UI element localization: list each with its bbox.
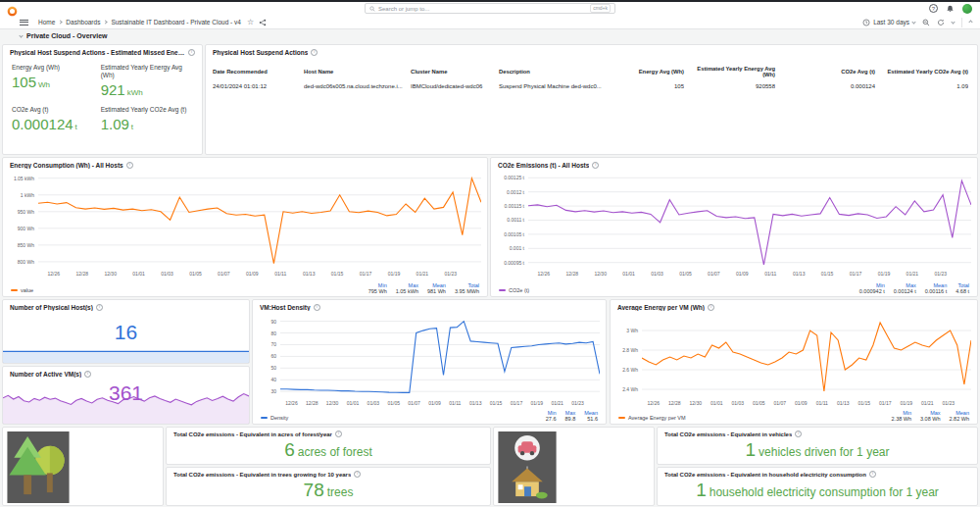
search-placeholder: Search or jump to... (378, 6, 587, 12)
col-host-name[interactable]: Host Name (304, 66, 411, 77)
legend-stats: Min795 WhMax1.05 kWhMean981 WhTotal3.95 … (360, 282, 479, 294)
energy-consumption-chart[interactable] (38, 176, 481, 267)
info-icon[interactable]: i (314, 304, 320, 311)
top-right-icons: ? (929, 3, 972, 14)
toolbar-divider (961, 18, 962, 27)
avg-energy-per-vm-chart[interactable] (642, 318, 971, 396)
panel-title[interactable]: Average Energy per VM (Wh) (617, 304, 705, 311)
y-axis: 0.00125 t0.0012 t0.00115 t0.0011 t0.0010… (497, 176, 528, 267)
kiosk-collapse-icon[interactable] (968, 20, 972, 24)
chevron-down-icon (911, 20, 915, 24)
row-header-private-cloud-overview[interactable]: Private Cloud - Overview (20, 32, 107, 39)
breadcrumb: Home Dashboards Sustainable IT Dashboard… (38, 19, 241, 25)
col-cluster-name[interactable]: Cluster Name (411, 66, 499, 77)
notification-bell-icon[interactable] (946, 5, 955, 13)
refresh-interval-caret-icon[interactable] (951, 20, 955, 24)
col-date-recommended[interactable]: Date Recommended (213, 66, 304, 77)
y-axis: 90807060504030 (259, 318, 280, 396)
col-description[interactable]: Description (499, 66, 616, 77)
grafana-dashboard: Search or jump to... cmd+k ? Home Dashbo… (0, 0, 980, 507)
info-icon[interactable]: i (126, 162, 133, 169)
suspend-actions-table: Date Recommended Host Name Cluster Name … (213, 63, 970, 92)
info-icon[interactable]: i (311, 49, 318, 56)
chart-area: 0.00125 t0.0012 t0.00115 t0.0011 t0.0010… (497, 176, 971, 267)
panel-title[interactable]: Physical Host Suspend Actions (213, 49, 308, 56)
chevron-right-icon (59, 20, 63, 24)
x-axis: 12/2612/2812/3001/0101/0301/0501/0701/09… (280, 400, 600, 407)
x-axis: 12/2612/2812/3001/0101/0301/0501/0701/09… (38, 271, 481, 278)
vm-host-density-chart[interactable] (280, 318, 600, 396)
top-nav-row-2: Home Dashboards Sustainable IT Dashboard… (0, 15, 980, 29)
legend-swatch (261, 417, 268, 420)
search-shortcut-badge: cmd+k (590, 4, 611, 13)
panel-title[interactable]: Number of Physical Host(s) (10, 304, 93, 311)
legend-stats: Min27.6Max89.8Mean51.6 (537, 410, 598, 422)
panel-eco-trees: Total CO2e emissions - Equivalent in tre… (166, 467, 491, 506)
panel-physical-hosts: Number of Physical Host(s)i 16 (2, 299, 250, 364)
legend-swatch (618, 417, 625, 420)
panel-suspend-savings-stats: Physical Host Suspend Actions - Estimate… (2, 44, 203, 155)
forest-illustration (7, 431, 70, 507)
legend-density[interactable]: Density (261, 415, 288, 421)
x-axis: 12/2612/2812/3001/0101/0301/0501/0701/09… (642, 400, 971, 407)
info-icon[interactable]: i (335, 431, 342, 437)
search-icon (369, 6, 375, 12)
share-icon[interactable] (259, 19, 267, 26)
eco-trees-value: 78trees (167, 480, 490, 503)
info-icon[interactable]: i (869, 471, 876, 478)
table-row: 24/01/2024 01:01:12 ded-wdc06s005.na.clo… (213, 80, 970, 92)
zoom-out-time-icon[interactable] (922, 19, 930, 26)
legend-co2e[interactable]: CO2e (t) (499, 287, 529, 293)
legend-value[interactable]: value (11, 287, 33, 293)
panel-forest-illustration (2, 427, 164, 506)
col-co2e-avg[interactable]: CO2e Avg (t) (775, 66, 875, 77)
top-nav-row-1: Search or jump to... cmd+k ? (0, 2, 980, 15)
info-icon[interactable]: i (592, 162, 599, 169)
legend-stats: Min2.38 WhMax3.08 WhMean2.82 Wh (883, 410, 969, 422)
panel-active-vms: Number of Active VM(s)i 361 (2, 366, 250, 425)
breadcrumb-dashboards[interactable]: Dashboards (66, 19, 100, 25)
col-yearly-energy-avg[interactable]: Estimated Yearly Energy Avg (Wh) (684, 63, 775, 80)
grafana-logo-icon[interactable] (7, 3, 18, 14)
legend-swatch (499, 289, 506, 292)
y-axis: 3 Wh2.8 Wh2.6 Wh2.4 Wh (616, 318, 642, 396)
breadcrumb-home[interactable]: Home (38, 19, 55, 25)
clock-icon (862, 19, 870, 26)
row-title: Private Cloud - Overview (26, 32, 107, 39)
panel-title[interactable]: Total CO2e emissions - Equivalent in veh… (664, 431, 792, 437)
top-nav-bar: Search or jump to... cmd+k ? Home Dashbo… (0, 2, 980, 29)
legend-avg-energy[interactable]: Average Energy per VM (618, 415, 686, 421)
info-icon[interactable]: i (354, 471, 361, 478)
stat-yearly-energy-avg: Estimated Yearly Energy Avg (Wh) 921kWh (101, 64, 196, 106)
refresh-icon[interactable] (937, 19, 945, 26)
info-icon[interactable]: i (96, 304, 103, 311)
stat-co2e-avg: CO2e Avg (t) 0.000124t (12, 106, 95, 148)
info-icon[interactable]: i (795, 431, 802, 437)
col-yearly-co2e-avg[interactable]: Estimated Yearly CO2e Avg (t) (875, 66, 968, 77)
user-avatar[interactable] (962, 4, 972, 14)
help-icon[interactable]: ? (929, 4, 938, 13)
panel-title[interactable]: Total CO2e emissions - Equivalent in acr… (173, 431, 332, 437)
search-input[interactable]: Search or jump to... cmd+k (365, 3, 615, 14)
panel-title[interactable]: Energy Consumption (Wh) - All Hosts (10, 162, 123, 169)
physical-hosts-sparkline (3, 350, 249, 363)
panel-suspend-actions-table: Physical Host Suspend Actionsi Date Reco… (205, 44, 978, 155)
col-energy-avg[interactable]: Energy Avg (Wh) (616, 66, 684, 77)
favorite-star-icon[interactable]: ☆ (247, 19, 254, 26)
menu-hamburger-icon[interactable] (20, 20, 28, 25)
info-icon[interactable]: i (708, 304, 714, 311)
eco-household-value: 1household electricity consumption for 1… (658, 480, 977, 503)
panel-title[interactable]: Total CO2e emissions - Equivalent in hou… (664, 472, 866, 478)
info-icon[interactable]: i (188, 49, 195, 56)
time-range-picker[interactable]: Last 30 days (862, 19, 915, 26)
stat-grid: Energy Avg (Wh) 105Wh Estimated Yearly E… (12, 64, 196, 148)
panel-vm-host-density: VM:Host Densityi 90807060504030 12/2612/… (252, 299, 607, 425)
dashboard-toolbar: Last 30 days (862, 18, 972, 27)
panel-title[interactable]: CO2e Emissions (t) - All Hosts (498, 162, 589, 169)
panel-title[interactable]: VM:Host Density (260, 304, 311, 311)
panel-title[interactable]: Total CO2e emissions - Equivalent in tre… (173, 472, 351, 478)
physical-hosts-value: 16 (3, 316, 249, 349)
co2e-emissions-chart[interactable] (528, 176, 971, 267)
panel-title[interactable]: Physical Host Suspend Actions - Estimate… (10, 49, 185, 56)
panel-eco-household: Total CO2e emissions - Equivalent in hou… (657, 467, 978, 506)
